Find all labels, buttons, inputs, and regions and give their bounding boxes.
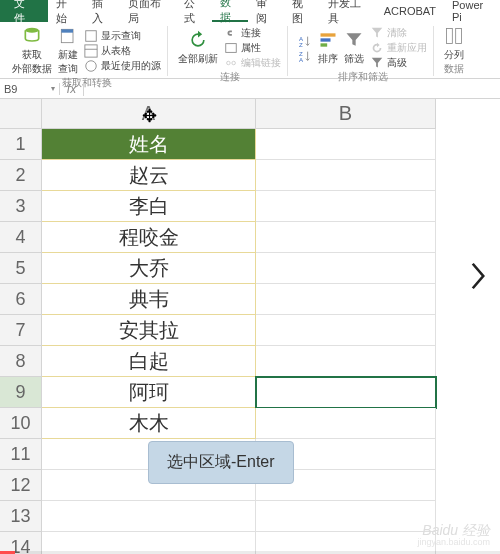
show-queries-button[interactable]: 显示查询 <box>84 29 161 43</box>
advanced-filter-button[interactable]: 高级 <box>370 56 427 70</box>
cell-B10[interactable] <box>256 408 436 439</box>
link-icon <box>224 26 238 40</box>
svg-rect-16 <box>321 43 328 46</box>
cell-A1[interactable]: 姓名 <box>42 129 256 160</box>
cell-B9[interactable] <box>256 377 436 408</box>
row-header[interactable]: 10 <box>0 408 42 439</box>
new-query-label: 新建 查询 <box>58 48 78 76</box>
row-header[interactable]: 11 <box>0 439 42 470</box>
column-header-A[interactable]: A <box>42 99 256 129</box>
cell-A2[interactable]: 赵云 <box>42 160 256 191</box>
cell-B1[interactable] <box>256 129 436 160</box>
refresh-all-label: 全部刷新 <box>178 52 218 66</box>
recent-icon <box>84 59 98 73</box>
clear-filter-button[interactable]: 清除 <box>370 26 427 40</box>
worksheet[interactable]: A B 1姓名 2赵云 3李白 4程咬金 5大乔 6典韦 7安其拉 8白起 9阿… <box>0 99 500 554</box>
row-header[interactable]: 2 <box>0 160 42 191</box>
cell-A5[interactable]: 大乔 <box>42 253 256 284</box>
new-query-button[interactable]: 新建 查询 <box>58 26 78 76</box>
sort-asc-button[interactable]: AZ <box>298 34 312 48</box>
svg-rect-14 <box>321 33 336 36</box>
cell-B5[interactable] <box>256 253 436 284</box>
reapply-button[interactable]: 重新应用 <box>370 41 427 55</box>
svg-rect-15 <box>321 38 331 41</box>
recent-sources-button[interactable]: 最近使用的源 <box>84 59 161 73</box>
cell-A4[interactable]: 程咬金 <box>42 222 256 253</box>
tab-review[interactable]: 审阅 <box>248 0 284 22</box>
refresh-all-button[interactable]: 全部刷新 <box>178 30 218 66</box>
chevron-right-icon <box>469 262 487 290</box>
row-header[interactable]: 3 <box>0 191 42 222</box>
database-icon <box>22 26 42 46</box>
cell-B2[interactable] <box>256 160 436 191</box>
tab-file[interactable]: 文件 <box>0 0 48 22</box>
get-external-data-button[interactable]: 获取 外部数据 <box>12 26 52 76</box>
ribbon-body: 获取 外部数据 新建 查询 显示查询 从表格 <box>0 22 500 78</box>
svg-point-9 <box>232 61 236 65</box>
connections-button[interactable]: 连接 <box>224 26 281 40</box>
sort-button[interactable]: 排序 <box>318 30 338 66</box>
row-header[interactable]: 9 <box>0 377 42 408</box>
tab-data[interactable]: 数据 <box>212 0 248 22</box>
tab-strip: 文件 开始 插入 页面布局 公式 数据 审阅 视图 开发工具 ACROBAT P… <box>0 0 500 22</box>
tab-layout[interactable]: 页面布局 <box>120 0 176 22</box>
cell-A8[interactable]: 白起 <box>42 346 256 377</box>
cell-A6[interactable]: 典韦 <box>42 284 256 315</box>
cell-B8[interactable] <box>256 346 436 377</box>
row-header[interactable]: 13 <box>0 501 42 532</box>
row-header[interactable]: 5 <box>0 253 42 284</box>
select-all-corner[interactable] <box>0 99 42 129</box>
cell-B13[interactable] <box>256 501 436 532</box>
name-box-value: B9 <box>4 83 17 95</box>
text-to-columns-button[interactable]: 分列 <box>444 26 464 62</box>
row-header[interactable]: 7 <box>0 315 42 346</box>
name-box[interactable]: B9 ▾ <box>0 83 60 95</box>
group-label-conn: 连接 <box>220 70 240 84</box>
row-header[interactable]: 4 <box>0 222 42 253</box>
chevron-down-icon: ▾ <box>51 84 55 93</box>
cell-B7[interactable] <box>256 315 436 346</box>
cell-A7[interactable]: 安其拉 <box>42 315 256 346</box>
clear-icon <box>370 26 384 40</box>
properties-button[interactable]: 属性 <box>224 41 281 55</box>
cell-A10[interactable]: 木木 <box>42 408 256 439</box>
filter-button[interactable]: 筛选 <box>344 30 364 66</box>
tab-home[interactable]: 开始 <box>48 0 84 22</box>
column-header-B[interactable]: B <box>256 99 436 129</box>
cell-A3[interactable]: 李白 <box>42 191 256 222</box>
advanced-icon <box>370 56 384 70</box>
tab-view[interactable]: 视图 <box>284 0 320 22</box>
tab-formula[interactable]: 公式 <box>176 0 212 22</box>
refresh-icon <box>188 30 208 50</box>
row-header[interactable]: 1 <box>0 129 42 160</box>
row-header[interactable]: 8 <box>0 346 42 377</box>
group-data-tools: 分列 数据 <box>438 26 470 76</box>
tab-dev[interactable]: 开发工具 <box>320 0 376 22</box>
formula-bar-row: B9 ▾ fx <box>0 79 500 99</box>
fx-icon[interactable]: fx <box>60 82 84 96</box>
sort-desc-button[interactable]: ZA <box>298 49 312 63</box>
cell-B4[interactable] <box>256 222 436 253</box>
tab-powerpivot[interactable]: Power Pi <box>444 0 500 22</box>
group-connections: 全部刷新 连接 属性 编辑链接 连接 <box>172 26 288 76</box>
row-header[interactable]: 6 <box>0 284 42 315</box>
svg-rect-18 <box>456 29 462 44</box>
edit-links-button[interactable]: 编辑链接 <box>224 56 281 70</box>
svg-point-8 <box>227 61 231 65</box>
cell-A9[interactable]: 阿珂 <box>42 377 256 408</box>
text-to-columns-icon <box>444 26 464 46</box>
new-query-icon <box>58 26 78 46</box>
tab-acrobat[interactable]: ACROBAT <box>376 0 444 22</box>
cell-B6[interactable] <box>256 284 436 315</box>
cell-B3[interactable] <box>256 191 436 222</box>
table-icon <box>84 44 98 58</box>
svg-point-6 <box>86 61 97 72</box>
cell-A13[interactable] <box>42 501 256 532</box>
tab-insert[interactable]: 插入 <box>84 0 120 22</box>
svg-text:Z: Z <box>299 41 303 48</box>
next-slide-button[interactable] <box>462 260 494 292</box>
instruction-tooltip: 选中区域-Enter <box>148 441 294 484</box>
row-header[interactable]: 12 <box>0 470 42 501</box>
from-table-button[interactable]: 从表格 <box>84 44 161 58</box>
edit-links-icon <box>224 56 238 70</box>
